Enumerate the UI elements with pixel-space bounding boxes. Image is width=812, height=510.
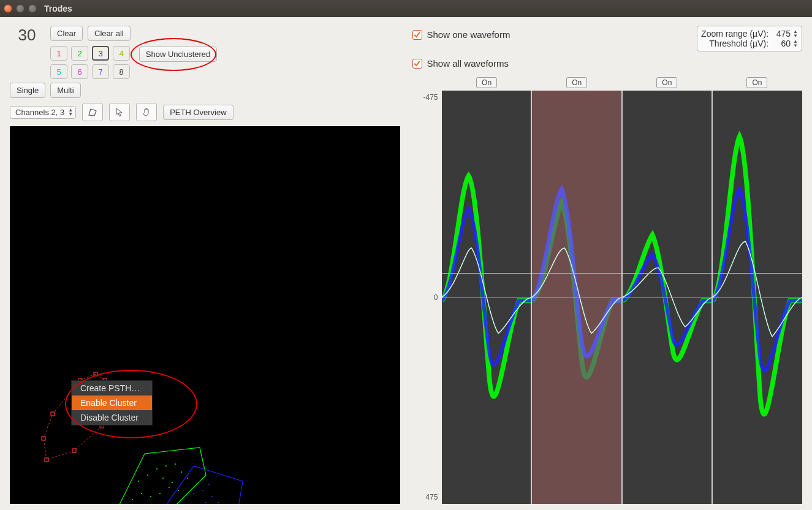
- hand-tool-icon: [142, 107, 151, 117]
- combo-arrows-icon: ▲▼: [68, 108, 73, 116]
- scatter-plot[interactable]: Create PSTH… Enable Cluster Disable Clus…: [10, 126, 400, 504]
- ntrode-number: 30: [10, 26, 44, 45]
- cluster-2-button[interactable]: 2: [71, 46, 88, 61]
- cluster-7-button[interactable]: 7: [92, 64, 109, 79]
- threshold-label: Threshold (µV):: [709, 39, 768, 48]
- svg-point-22: [132, 499, 133, 500]
- cluster-grid: 12345678: [50, 46, 131, 79]
- svg-point-31: [205, 502, 207, 503]
- threshold-spinbox[interactable]: 60 ▲▼: [773, 39, 798, 48]
- svg-point-34: [199, 481, 200, 482]
- zoom-range-value: 475: [773, 29, 791, 39]
- waveform-channel-3[interactable]: [621, 91, 712, 504]
- close-icon[interactable]: [4, 4, 12, 13]
- pointer-tool-icon: [115, 107, 124, 117]
- channel-1-toggle[interactable]: On: [476, 77, 497, 88]
- channel-toggle-row: On On On On: [442, 77, 803, 88]
- multi-button[interactable]: Multi: [50, 83, 80, 98]
- zoom-range-label: Zoom range (µV):: [701, 29, 768, 39]
- right-pane: Zoom range (µV): 475 ▲▼ Threshold (µV): …: [406, 17, 813, 510]
- svg-point-27: [202, 490, 203, 491]
- cluster-1-button[interactable]: 1: [50, 46, 67, 61]
- y-neg-label: -475: [423, 93, 438, 102]
- svg-point-13: [156, 468, 157, 470]
- waveform-area[interactable]: [442, 91, 803, 504]
- param-box: Zoom range (µV): 475 ▲▼ Threshold (µV): …: [697, 26, 802, 51]
- hand-tool-button[interactable]: [136, 103, 157, 121]
- svg-point-25: [178, 490, 179, 491]
- channels-combo[interactable]: Channels 2, 3 ▲▼: [10, 106, 76, 119]
- pointer-tool-button[interactable]: [109, 103, 130, 121]
- menu-disable-cluster[interactable]: Disable Cluster: [72, 410, 152, 425]
- svg-marker-0: [89, 109, 96, 116]
- titlebar: Trodes: [0, 0, 812, 17]
- svg-point-18: [169, 487, 170, 488]
- svg-point-15: [175, 463, 176, 465]
- waveform-channel-2[interactable]: [531, 91, 621, 504]
- svg-point-14: [165, 465, 167, 467]
- clear-button[interactable]: Clear: [50, 26, 83, 41]
- zoom-range-spinbox[interactable]: 475 ▲▼: [773, 29, 798, 39]
- y-pos-label: 475: [425, 493, 438, 501]
- menu-create-psth[interactable]: Create PSTH…: [72, 381, 152, 396]
- y-axis-labels: -475 0 475: [412, 91, 442, 504]
- svg-point-35: [208, 484, 210, 485]
- cluster-5-button[interactable]: 5: [50, 64, 67, 79]
- svg-point-11: [138, 481, 139, 482]
- channel-3-toggle[interactable]: On: [656, 77, 677, 88]
- polygon-tool-button[interactable]: [82, 103, 103, 121]
- cluster-8-button[interactable]: 8: [113, 64, 130, 79]
- svg-point-19: [159, 493, 161, 494]
- left-pane: 30 Clear Clear all 12345678 Show Unclust…: [0, 17, 406, 510]
- svg-point-17: [187, 478, 188, 479]
- show-unclustered-button[interactable]: Show Unclustered: [139, 47, 218, 62]
- svg-point-20: [150, 496, 151, 497]
- spin-arrows-icon: ▲▼: [793, 39, 798, 48]
- threshold-value: 60: [773, 39, 791, 48]
- show-all-label: Show all waveforms: [427, 58, 509, 69]
- menu-enable-cluster[interactable]: Enable Cluster: [72, 396, 152, 410]
- show-one-label: Show one waveform: [427, 29, 510, 40]
- window-title: Trodes: [44, 4, 72, 13]
- polygon-tool-icon: [87, 107, 98, 118]
- show-one-checkbox[interactable]: [412, 30, 422, 40]
- cluster-6-button[interactable]: 6: [71, 64, 88, 79]
- show-all-checkbox[interactable]: [412, 59, 422, 69]
- channels-combo-label: Channels 2, 3: [15, 108, 64, 117]
- maximize-icon[interactable]: [28, 4, 37, 13]
- svg-point-24: [172, 482, 173, 483]
- svg-point-28: [211, 496, 213, 497]
- cluster-3-button[interactable]: 3: [92, 46, 109, 61]
- scatter-dots: [10, 126, 400, 504]
- context-menu: Create PSTH… Enable Cluster Disable Clus…: [71, 380, 153, 426]
- svg-point-23: [162, 478, 164, 479]
- svg-point-29: [218, 502, 219, 503]
- single-button[interactable]: Single: [10, 83, 45, 98]
- waveform-channel-4[interactable]: [711, 91, 802, 504]
- svg-point-26: [193, 493, 194, 494]
- peth-overview-button[interactable]: PETH Overview: [163, 105, 233, 120]
- waveform-channel-1[interactable]: [442, 91, 531, 504]
- cluster-4-button[interactable]: 4: [113, 46, 130, 61]
- svg-point-12: [147, 474, 148, 476]
- minimize-icon[interactable]: [16, 4, 25, 13]
- y-zero-label: 0: [434, 293, 438, 302]
- clear-all-button[interactable]: Clear all: [88, 26, 131, 41]
- svg-point-21: [141, 493, 142, 494]
- channel-4-toggle[interactable]: On: [746, 77, 767, 88]
- channel-2-toggle[interactable]: On: [566, 77, 587, 88]
- spin-arrows-icon: ▲▼: [793, 29, 798, 38]
- svg-point-16: [181, 471, 182, 473]
